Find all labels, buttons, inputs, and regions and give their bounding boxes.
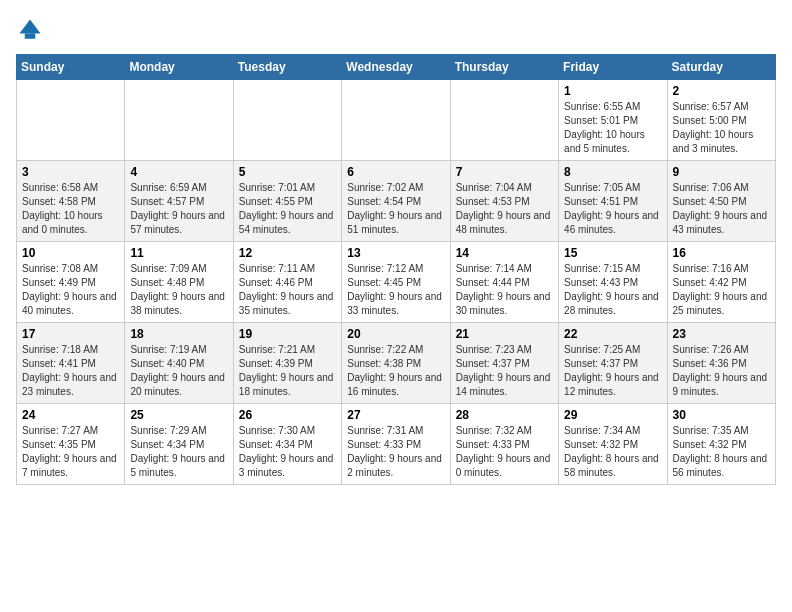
calendar-cell: 1Sunrise: 6:55 AMSunset: 5:01 PMDaylight… [559,80,667,161]
calendar-table: SundayMondayTuesdayWednesdayThursdayFrid… [16,54,776,485]
day-info: Sunrise: 7:25 AMSunset: 4:37 PMDaylight:… [564,343,661,399]
day-number: 14 [456,246,553,260]
day-info: Sunrise: 7:02 AMSunset: 4:54 PMDaylight:… [347,181,444,237]
day-info: Sunrise: 6:57 AMSunset: 5:00 PMDaylight:… [673,100,770,156]
calendar-cell: 17Sunrise: 7:18 AMSunset: 4:41 PMDayligh… [17,323,125,404]
weekday-header: Saturday [667,55,775,80]
calendar-cell [342,80,450,161]
day-number: 5 [239,165,336,179]
calendar-cell: 23Sunrise: 7:26 AMSunset: 4:36 PMDayligh… [667,323,775,404]
calendar-cell: 3Sunrise: 6:58 AMSunset: 4:58 PMDaylight… [17,161,125,242]
calendar-cell: 5Sunrise: 7:01 AMSunset: 4:55 PMDaylight… [233,161,341,242]
day-number: 11 [130,246,227,260]
calendar-header: SundayMondayTuesdayWednesdayThursdayFrid… [17,55,776,80]
day-number: 3 [22,165,119,179]
day-info: Sunrise: 7:19 AMSunset: 4:40 PMDaylight:… [130,343,227,399]
day-info: Sunrise: 7:14 AMSunset: 4:44 PMDaylight:… [456,262,553,318]
calendar-cell: 4Sunrise: 6:59 AMSunset: 4:57 PMDaylight… [125,161,233,242]
calendar-cell: 20Sunrise: 7:22 AMSunset: 4:38 PMDayligh… [342,323,450,404]
day-info: Sunrise: 7:32 AMSunset: 4:33 PMDaylight:… [456,424,553,480]
day-number: 10 [22,246,119,260]
day-info: Sunrise: 7:16 AMSunset: 4:42 PMDaylight:… [673,262,770,318]
calendar-cell [17,80,125,161]
day-info: Sunrise: 7:22 AMSunset: 4:38 PMDaylight:… [347,343,444,399]
day-number: 28 [456,408,553,422]
calendar-cell: 11Sunrise: 7:09 AMSunset: 4:48 PMDayligh… [125,242,233,323]
day-number: 2 [673,84,770,98]
calendar-cell: 21Sunrise: 7:23 AMSunset: 4:37 PMDayligh… [450,323,558,404]
day-number: 24 [22,408,119,422]
day-info: Sunrise: 7:11 AMSunset: 4:46 PMDaylight:… [239,262,336,318]
day-info: Sunrise: 7:04 AMSunset: 4:53 PMDaylight:… [456,181,553,237]
logo-icon [16,16,44,44]
calendar-cell: 8Sunrise: 7:05 AMSunset: 4:51 PMDaylight… [559,161,667,242]
calendar-cell: 26Sunrise: 7:30 AMSunset: 4:34 PMDayligh… [233,404,341,485]
calendar-cell: 12Sunrise: 7:11 AMSunset: 4:46 PMDayligh… [233,242,341,323]
day-number: 26 [239,408,336,422]
day-info: Sunrise: 7:06 AMSunset: 4:50 PMDaylight:… [673,181,770,237]
day-number: 8 [564,165,661,179]
calendar-cell: 29Sunrise: 7:34 AMSunset: 4:32 PMDayligh… [559,404,667,485]
day-number: 30 [673,408,770,422]
calendar-cell: 22Sunrise: 7:25 AMSunset: 4:37 PMDayligh… [559,323,667,404]
weekday-header: Thursday [450,55,558,80]
calendar-cell: 6Sunrise: 7:02 AMSunset: 4:54 PMDaylight… [342,161,450,242]
calendar-cell: 24Sunrise: 7:27 AMSunset: 4:35 PMDayligh… [17,404,125,485]
day-number: 29 [564,408,661,422]
weekday-header: Tuesday [233,55,341,80]
day-number: 22 [564,327,661,341]
day-info: Sunrise: 7:29 AMSunset: 4:34 PMDaylight:… [130,424,227,480]
day-info: Sunrise: 7:18 AMSunset: 4:41 PMDaylight:… [22,343,119,399]
calendar-cell [450,80,558,161]
calendar-cell: 16Sunrise: 7:16 AMSunset: 4:42 PMDayligh… [667,242,775,323]
calendar-cell: 7Sunrise: 7:04 AMSunset: 4:53 PMDaylight… [450,161,558,242]
weekday-header: Friday [559,55,667,80]
day-number: 25 [130,408,227,422]
weekday-header: Monday [125,55,233,80]
svg-marker-0 [20,20,41,34]
day-number: 20 [347,327,444,341]
calendar-week-row: 10Sunrise: 7:08 AMSunset: 4:49 PMDayligh… [17,242,776,323]
day-number: 6 [347,165,444,179]
day-number: 15 [564,246,661,260]
calendar-cell: 9Sunrise: 7:06 AMSunset: 4:50 PMDaylight… [667,161,775,242]
calendar-cell: 10Sunrise: 7:08 AMSunset: 4:49 PMDayligh… [17,242,125,323]
day-number: 19 [239,327,336,341]
day-info: Sunrise: 7:09 AMSunset: 4:48 PMDaylight:… [130,262,227,318]
day-info: Sunrise: 7:30 AMSunset: 4:34 PMDaylight:… [239,424,336,480]
calendar-week-row: 1Sunrise: 6:55 AMSunset: 5:01 PMDaylight… [17,80,776,161]
day-info: Sunrise: 7:01 AMSunset: 4:55 PMDaylight:… [239,181,336,237]
calendar-week-row: 24Sunrise: 7:27 AMSunset: 4:35 PMDayligh… [17,404,776,485]
calendar-cell: 2Sunrise: 6:57 AMSunset: 5:00 PMDaylight… [667,80,775,161]
calendar-cell: 13Sunrise: 7:12 AMSunset: 4:45 PMDayligh… [342,242,450,323]
day-number: 18 [130,327,227,341]
day-number: 21 [456,327,553,341]
day-info: Sunrise: 7:08 AMSunset: 4:49 PMDaylight:… [22,262,119,318]
day-info: Sunrise: 7:23 AMSunset: 4:37 PMDaylight:… [456,343,553,399]
calendar-cell: 27Sunrise: 7:31 AMSunset: 4:33 PMDayligh… [342,404,450,485]
calendar-cell [125,80,233,161]
weekday-header: Sunday [17,55,125,80]
calendar-cell: 19Sunrise: 7:21 AMSunset: 4:39 PMDayligh… [233,323,341,404]
day-number: 1 [564,84,661,98]
calendar-cell: 25Sunrise: 7:29 AMSunset: 4:34 PMDayligh… [125,404,233,485]
calendar-cell: 14Sunrise: 7:14 AMSunset: 4:44 PMDayligh… [450,242,558,323]
page-header [16,16,776,44]
day-number: 13 [347,246,444,260]
calendar-cell: 28Sunrise: 7:32 AMSunset: 4:33 PMDayligh… [450,404,558,485]
weekday-header: Wednesday [342,55,450,80]
svg-rect-1 [25,34,36,39]
day-info: Sunrise: 7:15 AMSunset: 4:43 PMDaylight:… [564,262,661,318]
day-number: 27 [347,408,444,422]
calendar-cell: 15Sunrise: 7:15 AMSunset: 4:43 PMDayligh… [559,242,667,323]
calendar-cell [233,80,341,161]
day-number: 4 [130,165,227,179]
calendar-cell: 18Sunrise: 7:19 AMSunset: 4:40 PMDayligh… [125,323,233,404]
day-number: 23 [673,327,770,341]
day-info: Sunrise: 7:27 AMSunset: 4:35 PMDaylight:… [22,424,119,480]
calendar-week-row: 3Sunrise: 6:58 AMSunset: 4:58 PMDaylight… [17,161,776,242]
day-info: Sunrise: 6:58 AMSunset: 4:58 PMDaylight:… [22,181,119,237]
day-info: Sunrise: 6:59 AMSunset: 4:57 PMDaylight:… [130,181,227,237]
day-info: Sunrise: 7:35 AMSunset: 4:32 PMDaylight:… [673,424,770,480]
day-number: 17 [22,327,119,341]
